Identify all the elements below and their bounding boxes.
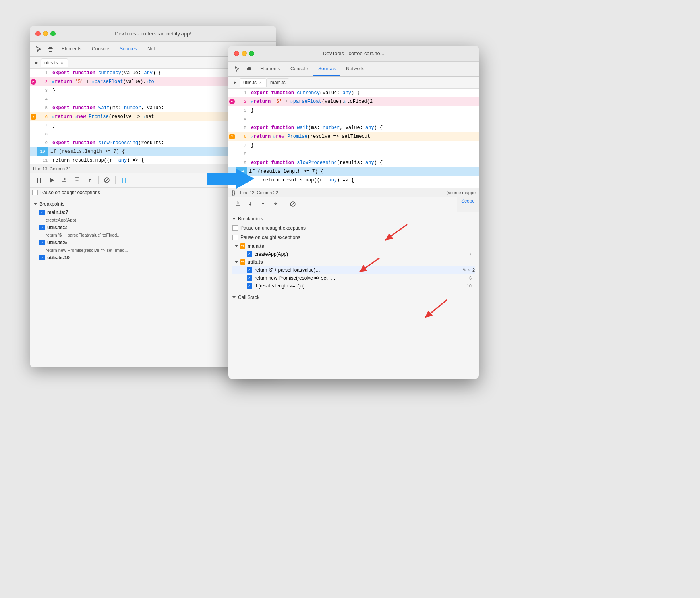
svg-rect-1 <box>48 50 53 50</box>
titlebar-bg: DevTools - coffee-cart.netlify.app/ <box>30 26 276 42</box>
tab-sources-bg[interactable]: Sources <box>115 42 142 56</box>
minimize-button-fg[interactable] <box>242 51 247 56</box>
maximize-button[interactable] <box>50 31 56 36</box>
bp-indicator-1 <box>30 69 37 77</box>
tab-network-bg[interactable]: Net... <box>143 42 164 56</box>
bp-utilsTs6-item-checkbox-fg[interactable] <box>247 275 252 281</box>
mainTs-toggle-fg[interactable] <box>235 245 238 247</box>
bp-indicator-6: ? <box>30 113 37 120</box>
bp-indicator-2: ▶ <box>30 78 37 85</box>
cursor-position-fg: Line 12, Column 22 <box>240 190 278 195</box>
window-title-fg: DevTools - coffee-cart.ne... <box>323 50 384 56</box>
svg-rect-11 <box>247 68 251 69</box>
fg-code-line-2: ▶ 2 ▶return '$' + ▷parseFloat(value).▷to… <box>228 97 479 106</box>
step-over-btn-bg[interactable] <box>59 175 70 185</box>
pencil-icon-fg[interactable]: ✎ <box>463 268 466 273</box>
pause-caught-checkbox-fg[interactable] <box>232 235 238 240</box>
bp-utilsTs2-item-checkbox-fg[interactable] <box>247 267 252 273</box>
svg-rect-5 <box>40 178 41 183</box>
direction-arrow <box>207 167 254 191</box>
scope-tab-fg[interactable]: Scope <box>457 197 479 212</box>
fg-code-line-3: 3 } <box>228 106 479 115</box>
bp-utilsTs10-checkbox-bg[interactable] <box>39 255 45 260</box>
svg-marker-10 <box>207 169 254 189</box>
svg-line-16 <box>291 202 295 206</box>
deactivate-btn-fg[interactable] <box>288 199 298 209</box>
file-close-utils-bg[interactable]: × <box>60 60 64 65</box>
breakpoints-toggle-bg[interactable] <box>34 203 37 205</box>
titlebar-fg: DevTools - coffee-cart.ne... <box>228 46 479 62</box>
tab-elements-bg[interactable]: Elements <box>57 42 86 56</box>
bp-utilsTs6-file-bg: utils.ts:6 <box>47 240 67 245</box>
svg-rect-3 <box>49 51 52 52</box>
call-stack-title-fg: Call Stack <box>238 295 259 300</box>
file-name-utils-bg: utils.ts <box>44 60 58 66</box>
utilsTs-toggle-fg[interactable] <box>235 261 238 263</box>
cursor-icon[interactable] <box>33 44 44 55</box>
svg-rect-13 <box>248 67 251 68</box>
close-button[interactable] <box>35 31 41 36</box>
file-name-main-fg: main.ts <box>270 80 286 85</box>
minimize-button[interactable] <box>43 31 48 36</box>
fg-code-line-10: 10 if (results.length >= 7) { <box>228 167 479 176</box>
breakpoints-toggle-fg[interactable] <box>232 218 236 220</box>
maximize-button-fg[interactable] <box>249 51 254 56</box>
remove-bp-icon-fg[interactable]: × <box>468 268 470 272</box>
close-button-fg[interactable] <box>234 51 239 56</box>
svg-rect-0 <box>48 48 53 49</box>
tab-console-fg[interactable]: Console <box>286 62 313 76</box>
tab-elements-fg[interactable]: Elements <box>255 62 285 76</box>
step-into-btn-bg[interactable] <box>72 175 82 185</box>
file-tab-utils-fg[interactable]: utils.ts × <box>240 78 267 87</box>
bp-utilsTs6-checkbox-bg[interactable] <box>39 240 45 245</box>
bp-mainTs-checkbox-bg[interactable] <box>39 210 45 215</box>
pause-uncaught-checkbox-fg[interactable] <box>232 225 238 231</box>
cursor-icon-fg[interactable] <box>232 64 243 75</box>
pause-btn-bg[interactable] <box>34 175 44 185</box>
breakpoints-header-fg: Breakpoints <box>232 214 475 223</box>
bp-mainTs-group-fg: TS main.ts <box>232 242 475 250</box>
layers-icon[interactable] <box>45 44 56 55</box>
panel-toggle-fg[interactable]: ▶ <box>231 78 240 87</box>
bp-utilsTs10-item-label-fg: if (results.length >= 7) { <box>255 283 467 289</box>
tab-sources-fg[interactable]: Sources <box>313 62 340 76</box>
devtools-window-foreground: DevTools - coffee-cart.ne... Elements Co… <box>228 46 479 379</box>
pause-exceptions-checkbox-bg[interactable] <box>32 190 38 195</box>
layers-icon-fg[interactable] <box>244 64 255 75</box>
traffic-lights-fg <box>234 51 254 56</box>
svg-rect-8 <box>122 178 123 183</box>
panel-toggle-bg[interactable]: ▶ <box>32 58 41 67</box>
file-tabs-fg: ▶ utils.ts × main.ts <box>228 77 479 89</box>
file-name-utils-fg: utils.ts <box>243 80 257 85</box>
toolbar-separator-2-bg <box>115 176 116 184</box>
pause-uncaught-fg: Pause on uncaught exceptions <box>232 223 475 233</box>
debug-toolbar-row-fg: Scope <box>228 197 479 212</box>
red-arrow-3 <box>417 298 449 322</box>
pause-uncaught-label-fg: Pause on uncaught exceptions <box>240 225 306 231</box>
step-into-btn-fg[interactable] <box>245 199 255 209</box>
breakpoints-title-bg: Breakpoints <box>39 201 64 207</box>
bp-utilsTs2-checkbox-bg[interactable] <box>39 225 45 230</box>
bp-mainTs-file-bg: main.ts:7 <box>47 210 68 215</box>
tab-network-fg[interactable]: Network <box>341 62 368 76</box>
call-stack-toggle-fg[interactable] <box>232 296 236 299</box>
debug-toolbar-fg <box>228 197 457 212</box>
resume-btn-fg[interactable] <box>232 199 243 209</box>
resume-btn-bg[interactable] <box>46 175 57 185</box>
fg-code-line-1: 1 export function currency(value: any) { <box>228 89 479 97</box>
bp-utilsTs10-item-checkbox-fg[interactable] <box>247 283 252 289</box>
source-map-fg: (source mappe <box>447 190 476 195</box>
deactivate-btn-bg[interactable] <box>102 175 112 185</box>
pause-on-ex-btn-bg[interactable] <box>119 175 129 185</box>
red-arrow-2 <box>350 254 381 278</box>
file-tab-main-fg[interactable]: main.ts <box>267 78 289 87</box>
file-tab-utils-bg[interactable]: utils.ts × <box>41 58 68 67</box>
bp-mainTs-item1-checkbox-fg[interactable] <box>247 251 252 257</box>
step-out-btn-fg[interactable] <box>258 199 268 209</box>
step-over-btn-fg[interactable] <box>271 199 281 209</box>
file-close-utils-fg[interactable]: × <box>258 80 263 85</box>
pause-exceptions-label-bg: Pause on caught exceptions <box>40 190 100 195</box>
step-out-btn-bg[interactable] <box>85 175 95 185</box>
pause-caught-fg: Pause on caught exceptions <box>232 233 475 242</box>
tab-console-bg[interactable]: Console <box>87 42 114 56</box>
